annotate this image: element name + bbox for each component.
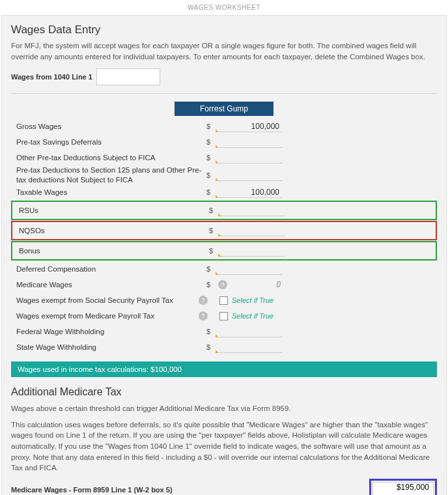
combined-wages-label: Wages from 1040 Line 1 bbox=[11, 73, 92, 81]
amt-desc2: This calculation uses wages before defer… bbox=[11, 419, 437, 474]
currency-symbol: $ bbox=[206, 281, 216, 289]
currency-symbol: $ bbox=[209, 227, 218, 234]
wages-panel: Wages Data Entry For MFJ, the system wil… bbox=[1, 15, 447, 495]
input-state-withholding[interactable] bbox=[216, 341, 282, 353]
placeholder-exempt-medicare: Select if True bbox=[232, 312, 273, 320]
currency-symbol: $ bbox=[206, 154, 216, 162]
placeholder-exempt-ss: Select if True bbox=[232, 296, 273, 304]
label-exempt-ss: Wages exempt from Social Security Payrol… bbox=[11, 296, 196, 304]
label-bonus: Bonus bbox=[14, 247, 209, 255]
highlight-bonus: Bonus $ bbox=[11, 241, 437, 261]
label-medicare-wages: Medicare Wages bbox=[11, 281, 206, 289]
input-bonus[interactable] bbox=[218, 245, 285, 257]
input-federal-withholding[interactable] bbox=[216, 326, 282, 337]
input-pretax-savings[interactable] bbox=[216, 136, 282, 148]
label-exempt-medicare: Wages exempt from Medicare Payroll Tax bbox=[11, 312, 196, 320]
calc-banner: Wages used in income tax calculations: $… bbox=[11, 361, 437, 377]
row-state-withholding: State Wage Withholding $ bbox=[11, 339, 437, 355]
taxpayer-name-bar: Forrest Gump bbox=[11, 102, 437, 116]
help-icon[interactable]: ? bbox=[199, 296, 208, 305]
input-other-pretax-fica[interactable] bbox=[216, 152, 282, 163]
row-bonus: Bonus $ bbox=[14, 243, 434, 259]
input-taxable-wages[interactable]: 100,000 bbox=[216, 186, 282, 198]
input-rsus[interactable] bbox=[218, 205, 285, 216]
currency-symbol: $ bbox=[206, 171, 216, 179]
row-exempt-medicare: Wages exempt from Medicare Payroll Tax ?… bbox=[11, 308, 437, 324]
label-other-pretax-fica: Other Pre-tax Deductions Subject to FICA bbox=[11, 154, 206, 162]
wage-rows: Gross Wages $ 100,000 Pre-tax Savings De… bbox=[11, 119, 437, 355]
label-gross-wages: Gross Wages bbox=[11, 122, 206, 130]
highlight-mw-input: $195,000 bbox=[369, 479, 437, 495]
combined-wages-input[interactable] bbox=[96, 68, 160, 85]
row-medicare-wages: Medicare Wages $ ? 0 bbox=[11, 277, 437, 292]
value-medicare-wages: 0 bbox=[276, 280, 281, 289]
row-exempt-ss: Wages exempt from Social Security Payrol… bbox=[11, 292, 437, 308]
input-deferred-comp[interactable] bbox=[216, 263, 282, 275]
amt-title: Additional Medicare Tax bbox=[11, 386, 437, 398]
mw-row: Medicare Wages - Form 8959 Line 1 (W-2 b… bbox=[11, 479, 437, 495]
wages-data-entry-title: Wages Data Entry bbox=[11, 23, 437, 36]
currency-symbol: $ bbox=[206, 328, 216, 335]
row-deferred-comp: Deferred Compensation $ bbox=[11, 261, 437, 277]
checkbox-exempt-medicare[interactable] bbox=[219, 312, 228, 320]
amt-desc1: Wages above a certain threshold can trig… bbox=[11, 403, 437, 414]
label-federal-withholding: Federal Wage Withholding bbox=[11, 328, 206, 335]
row-other-pretax-fica: Other Pre-tax Deductions Subject to FICA… bbox=[11, 150, 437, 165]
currency-symbol: $ bbox=[206, 122, 216, 130]
currency-symbol: $ bbox=[209, 206, 218, 214]
input-nqsos[interactable] bbox=[218, 225, 285, 236]
worksheet-header: WAGES WORKSHEET bbox=[0, 0, 448, 15]
label-rsus: RSUs bbox=[14, 206, 209, 214]
mw-label: Medicare Wages - Form 8959 Line 1 (W-2 b… bbox=[11, 486, 173, 494]
highlight-rsus: RSUs $ bbox=[11, 201, 437, 220]
label-nqsos: NQSOs bbox=[14, 227, 209, 234]
currency-symbol: $ bbox=[209, 247, 218, 255]
taxpayer-name: Forrest Gump bbox=[175, 102, 273, 116]
mw-input[interactable]: $195,000 bbox=[372, 482, 434, 495]
currency-symbol: $ bbox=[206, 343, 216, 351]
row-pretax-savings: Pre-tax Savings Deferrals $ bbox=[11, 134, 437, 150]
label-taxable-wages: Taxable Wages bbox=[11, 188, 206, 196]
label-pretax-savings: Pre-tax Savings Deferrals bbox=[11, 138, 206, 146]
currency-symbol: $ bbox=[206, 188, 216, 196]
label-pretax-125: Pre-tax Deductions to Section 125 plans … bbox=[11, 165, 206, 184]
label-deferred-comp: Deferred Compensation bbox=[11, 265, 206, 273]
currency-symbol: $ bbox=[206, 265, 216, 273]
combined-wages-row: Wages from 1040 Line 1 bbox=[11, 68, 437, 85]
row-gross-wages: Gross Wages $ 100,000 bbox=[11, 119, 437, 134]
help-icon[interactable]: ? bbox=[199, 311, 208, 320]
row-pretax-125: Pre-tax Deductions to Section 125 plans … bbox=[11, 165, 437, 184]
label-state-withholding: State Wage Withholding bbox=[11, 343, 206, 351]
highlight-nqsos: NQSOs $ bbox=[11, 221, 437, 240]
currency-symbol: $ bbox=[206, 138, 216, 146]
row-nqsos: NQSOs $ bbox=[14, 223, 434, 238]
row-rsus: RSUs $ bbox=[14, 203, 434, 218]
row-federal-withholding: Federal Wage Withholding $ bbox=[11, 324, 437, 339]
wages-data-entry-desc: For MFJ, the system will accept wages fo… bbox=[11, 40, 437, 62]
input-pretax-125[interactable] bbox=[216, 169, 282, 181]
divider bbox=[11, 93, 437, 94]
checkbox-exempt-ss[interactable] bbox=[219, 296, 228, 305]
row-taxable-wages: Taxable Wages $ 100,000 bbox=[11, 184, 437, 200]
help-icon[interactable]: ? bbox=[218, 280, 227, 289]
input-gross-wages[interactable]: 100,000 bbox=[216, 120, 282, 132]
